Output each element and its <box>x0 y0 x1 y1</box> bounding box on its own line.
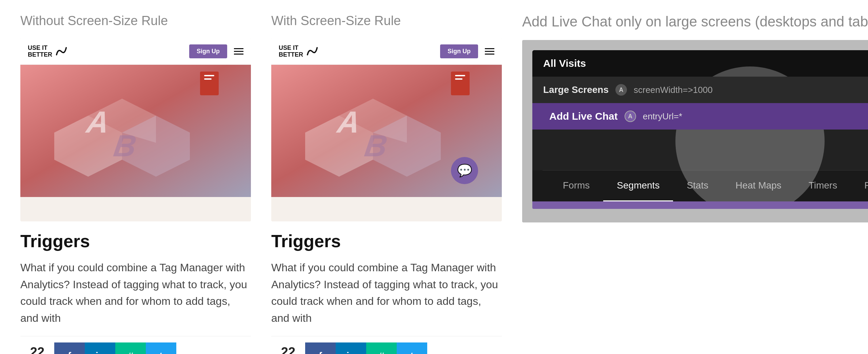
analytics-footer-area <box>522 209 868 222</box>
share-hash-with[interactable]: # <box>366 342 397 354</box>
with-rule-share-num: 22 <box>281 345 295 354</box>
tab-timers[interactable]: Timers <box>795 171 851 201</box>
svg-rect-9 <box>204 78 212 80</box>
mock-signup-btn-with[interactable]: Sign Up <box>440 44 478 58</box>
mock-logo-icon-with <box>306 45 319 58</box>
analytics-title: Add Live Chat only on large screens (des… <box>522 14 868 30</box>
with-rule-share-bar: 22 SHARES f in # t <box>271 336 502 354</box>
analytics-nav-tabs: Forms Segments Stats Heat Maps Timers Pi… <box>542 170 868 201</box>
iso-svg-without: A B <box>20 65 251 197</box>
mock-logo-with: USE ITBETTER <box>279 45 319 58</box>
analytics-row2-condition: entryUrl=* <box>643 111 682 122</box>
analytics-rows-wrapper: Large Screens A screenWidth=>1000 Add Li… <box>532 77 868 170</box>
with-rule-card-title: Triggers <box>271 231 502 251</box>
with-rule-share-count: 22 SHARES <box>271 345 305 354</box>
analytics-header-bar-title: All Visits <box>543 58 586 69</box>
mock-logo-text-without: USE ITBETTER <box>28 45 52 58</box>
analytics-row1-badge: A <box>615 84 627 96</box>
mock-hamburger-without[interactable] <box>234 48 243 55</box>
analytics-card: All Visits Large Screens A screenWidth=>… <box>522 40 868 222</box>
without-rule-card-title: Triggers <box>20 231 251 251</box>
share-li-with[interactable]: in <box>336 342 366 354</box>
share-tw-with[interactable]: t <box>397 342 427 354</box>
without-rule-share-num: 22 <box>30 345 44 354</box>
tab-heat-maps[interactable]: Heat Maps <box>722 171 795 201</box>
tab-pivot[interactable]: Pivot <box>851 171 868 201</box>
with-rule-section: With Screen-Size Rule USE ITBETTER Sign … <box>271 14 502 354</box>
analytics-row2-label: Add Live Chat <box>549 111 618 122</box>
share-li-without[interactable]: in <box>85 342 115 354</box>
share-hash-without[interactable]: # <box>115 342 146 354</box>
without-rule-card-text: What if you could combine a Tag Manager … <box>20 259 251 327</box>
share-fb-without[interactable]: f <box>54 342 85 354</box>
mock-logo-text-with: USE ITBETTER <box>279 45 303 58</box>
chat-bubble-icon: 💬 <box>457 163 472 178</box>
analytics-row1-label: Large Screens <box>543 84 609 95</box>
tab-stats[interactable]: Stats <box>673 171 722 201</box>
analytics-row2-badge: A <box>625 111 636 122</box>
share-tw-without[interactable]: t <box>146 342 176 354</box>
without-rule-share-count: 22 SHARES <box>20 345 54 354</box>
with-rule-label: With Screen-Size Rule <box>271 14 502 28</box>
chat-bubble-overlay[interactable]: 💬 <box>451 157 478 184</box>
without-rule-share-bar: 22 SHARES f in # t <box>20 336 251 354</box>
analytics-row1: Large Screens A screenWidth=>1000 <box>532 77 868 103</box>
mock-illustration-without: BASKET VALUE > $9 <box>20 65 251 197</box>
svg-rect-18 <box>455 75 465 76</box>
analytics-inner: All Visits Large Screens A screenWidth=>… <box>532 50 868 201</box>
analytics-section: Add Live Chat only on large screens (des… <box>522 14 868 222</box>
tab-segments[interactable]: Segments <box>603 171 673 201</box>
mock-signup-btn-without[interactable]: Sign Up <box>189 44 227 58</box>
analytics-row2: Add Live Chat A entryUrl=* <box>532 103 868 130</box>
share-fb-with[interactable]: f <box>305 342 336 354</box>
without-rule-share-buttons: f in # t <box>54 342 176 354</box>
with-rule-share-buttons: f in # t <box>305 342 427 354</box>
analytics-bottom-strip <box>532 201 868 209</box>
svg-rect-19 <box>455 78 462 80</box>
with-rule-card-image: USE ITBETTER Sign Up BASKET VALUE > $9 <box>271 38 502 221</box>
without-rule-label: Without Screen-Size Rule <box>20 14 251 28</box>
with-rule-card-content: Triggers What if you could combine a Tag… <box>271 221 502 336</box>
analytics-header-bar: All Visits <box>532 50 868 77</box>
with-rule-card-text: What if you could combine a Tag Manager … <box>271 259 502 327</box>
mock-hamburger-with[interactable] <box>485 48 494 55</box>
main-container: Without Screen-Size Rule USE ITBETTER Si… <box>0 0 868 354</box>
mock-logo-without: USE ITBETTER <box>28 45 68 58</box>
mock-header-with: USE ITBETTER Sign Up <box>271 38 502 65</box>
without-rule-card-content: Triggers What if you could combine a Tag… <box>20 221 251 336</box>
tab-forms[interactable]: Forms <box>549 171 603 201</box>
mock-logo-icon-without <box>55 45 68 58</box>
svg-rect-8 <box>204 75 214 76</box>
mock-header-without: USE ITBETTER Sign Up <box>20 38 251 65</box>
analytics-row1-condition: screenWidth=>1000 <box>634 85 713 95</box>
without-rule-card-image: USE ITBETTER Sign Up BASKET VALUE > $9 <box>20 38 251 221</box>
without-rule-section: Without Screen-Size Rule USE ITBETTER Si… <box>20 14 251 354</box>
